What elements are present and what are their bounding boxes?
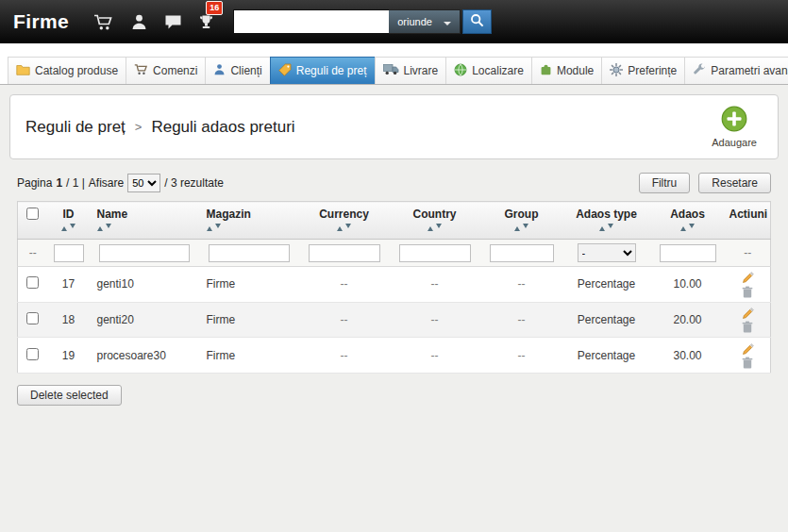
filter-cell-magazin [199, 240, 299, 267]
filter-magazin-input[interactable] [209, 244, 290, 262]
table-row[interactable]: 18 genti20 Firme -- -- -- Percentage 20.… [18, 302, 771, 338]
sort-desc-icon[interactable] [345, 224, 351, 231]
column-header-country: Country [390, 202, 480, 240]
sort-asc-icon[interactable] [428, 224, 433, 231]
app-logo[interactable]: Firme [13, 10, 69, 33]
trophy-quick-icon[interactable]: 16 [198, 14, 214, 30]
sort-asc-icon[interactable] [514, 224, 520, 231]
tab-label: Module [557, 64, 594, 77]
cart-quick-icon[interactable] [93, 13, 114, 31]
messages-quick-icon[interactable] [164, 14, 182, 30]
sort-asc-icon[interactable] [61, 224, 67, 231]
sort-control-adaos-type[interactable] [599, 224, 613, 231]
edit-icon[interactable] [742, 308, 754, 320]
cell-name: procesoare30 [90, 338, 199, 374]
edit-icon[interactable] [742, 272, 754, 284]
tab-label: Clienți [230, 64, 261, 77]
tab-clienti[interactable]: Clienți [205, 57, 270, 84]
delete-icon[interactable] [742, 321, 753, 333]
sort-desc-icon[interactable] [523, 224, 528, 231]
search-icon [470, 13, 484, 30]
sort-control-currency[interactable] [337, 224, 351, 231]
sort-asc-icon[interactable] [680, 224, 686, 231]
tab-label: Catalog produse [35, 64, 118, 77]
sort-desc-icon[interactable] [215, 224, 221, 231]
column-header-actiuni: Actiuni [726, 202, 771, 240]
cell-group: -- [480, 302, 563, 338]
sort-desc-icon[interactable] [106, 224, 111, 231]
row-checkbox[interactable] [26, 312, 39, 324]
search-button[interactable] [462, 9, 492, 34]
filter-cell-id [48, 240, 90, 267]
table-row[interactable]: 17 genti10 Firme -- -- -- Percentage 10.… [18, 267, 771, 303]
filter-cell-name [90, 240, 199, 267]
customers-quick-icon[interactable] [130, 13, 148, 31]
filter-id-input[interactable] [54, 244, 84, 262]
select-all-checkbox[interactable] [26, 208, 39, 220]
cell-magazin: Firme [199, 302, 299, 338]
cell-magazin: Firme [199, 338, 299, 374]
page-size-select[interactable]: 50 [127, 174, 160, 192]
filter-cell-country [390, 240, 480, 267]
tab-comenzi[interactable]: Comenzi [126, 57, 206, 84]
search-input[interactable] [233, 9, 389, 34]
filter-currency-input[interactable] [309, 244, 380, 262]
filter-country-input[interactable] [399, 244, 471, 262]
sort-asc-icon[interactable] [207, 224, 212, 231]
tab-label: Preferințe [628, 64, 677, 77]
filter-name-input[interactable] [99, 244, 190, 262]
filter-button[interactable]: Filtru [639, 173, 691, 193]
sort-desc-icon[interactable] [608, 224, 613, 231]
cart-icon [134, 63, 148, 78]
sort-control-magazin[interactable] [207, 224, 221, 231]
results-count: / 3 rezultate [164, 176, 224, 190]
breadcrumb-panel: Reguli de preț > Reguli adaos preturi Ad… [9, 94, 779, 159]
delete-icon[interactable] [742, 286, 753, 298]
column-label-adaos: Adaos [654, 208, 722, 221]
cell-country: -- [390, 338, 480, 374]
filter-group-input[interactable] [490, 244, 554, 262]
add-button[interactable]: Adaugare [706, 106, 763, 148]
gear-icon [610, 63, 623, 79]
tab-reguli-de-pret[interactable]: Reguli de preț [270, 57, 376, 84]
column-header-adaos: Adaos [650, 202, 726, 240]
sort-control-country[interactable] [428, 224, 442, 231]
main-menu: Catalog produse Comenzi Clienți Reguli d… [0, 43, 788, 85]
sort-desc-icon[interactable] [689, 224, 695, 231]
tab-preferinte[interactable]: Preferințe [601, 57, 685, 84]
sort-asc-icon[interactable] [337, 224, 343, 231]
cell-group: -- [480, 338, 563, 374]
price-tag-icon [278, 63, 292, 79]
cell-actions [726, 302, 771, 338]
row-checkbox[interactable] [26, 276, 39, 289]
sort-control-id[interactable] [61, 224, 75, 231]
column-label-adaos-type: Adaos type [567, 208, 646, 221]
tab-livrare[interactable]: Livrare [375, 57, 447, 84]
tab-module[interactable]: Module [531, 57, 602, 84]
sort-control-name[interactable] [97, 224, 111, 231]
table-row[interactable]: 19 procesoare30 Firme -- -- -- Percentag… [18, 338, 771, 374]
filter-cell-adaos [650, 240, 726, 267]
sort-asc-icon[interactable] [97, 224, 103, 231]
sort-control-adaos[interactable] [680, 224, 695, 231]
tab-catalog-produse[interactable]: Catalog produse [8, 57, 126, 84]
filter-adaos-input[interactable] [660, 244, 716, 262]
sort-desc-icon[interactable] [436, 224, 442, 231]
sort-desc-icon[interactable] [70, 224, 75, 231]
reset-button[interactable]: Resetare [698, 173, 771, 193]
content-area: Reguli de preț > Reguli adaos preturi Ad… [0, 85, 788, 415]
breadcrumb-parent[interactable]: Reguli de preț [25, 118, 126, 137]
tab-localizare[interactable]: Localizare [445, 57, 532, 84]
row-checkbox[interactable] [26, 348, 39, 360]
cell-currency: -- [299, 302, 390, 338]
sort-control-group[interactable] [514, 224, 528, 231]
filter-cell-group [480, 240, 563, 267]
delete-icon[interactable] [742, 357, 753, 369]
edit-icon[interactable] [742, 343, 754, 356]
search-scope-select[interactable]: oriunde [389, 9, 461, 34]
tab-parametri-avansati[interactable]: Parametri avansați [684, 57, 788, 84]
delete-selected-button[interactable]: Delete selected [17, 385, 122, 406]
sort-asc-icon[interactable] [599, 224, 605, 231]
column-label-actiuni: Actiuni [729, 208, 767, 221]
filter-adaos-type-select[interactable]: - [578, 243, 636, 262]
